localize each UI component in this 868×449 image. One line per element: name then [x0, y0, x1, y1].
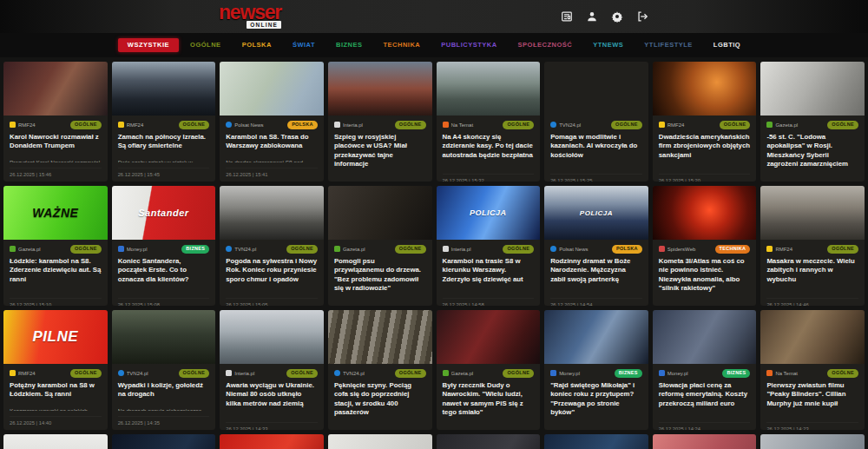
category-badge[interactable]: OGÓLNE: [179, 369, 210, 378]
tab-lgbtiq[interactable]: LGBTIQ: [704, 38, 750, 52]
article-title[interactable]: Masakra w meczecie. Wielu zabitych i ran…: [766, 257, 858, 285]
news-card[interactable]: ⚠: [3, 434, 108, 449]
category-badge[interactable]: OGÓLNE: [395, 369, 426, 378]
category-badge[interactable]: OGÓLNE: [395, 245, 426, 254]
news-card[interactable]: Na Temat OGÓLNE Na A4 skończy się zdzier…: [437, 62, 541, 182]
article-title[interactable]: Karambol na trasie S8 w kierunku Warszaw…: [443, 257, 535, 285]
category-badge[interactable]: BIZNES: [181, 245, 209, 254]
news-card[interactable]: TVN24.pl OGÓLNE Pomaga w modlitwie i kaz…: [544, 62, 648, 182]
news-card[interactable]: Polsat News POLSKA Karambol na S8. Trasa…: [220, 62, 324, 182]
article-title[interactable]: Łódzkie: karambol na S8. Zderzenie dziew…: [10, 257, 102, 285]
news-card[interactable]: PILNE RMF24 OGÓLNE Potężny karambol na S…: [3, 310, 108, 430]
article-title[interactable]: Wypadki i kolizje, gołoledź na drogach: [118, 381, 210, 399]
news-card[interactable]: Interia.pl OGÓLNE Awaria wyciągu w Ukrai…: [220, 310, 324, 430]
category-badge[interactable]: POLSKA: [612, 245, 642, 254]
news-card[interactable]: Santander Money.pl BIZNES Koniec Santand…: [112, 186, 216, 306]
article-title[interactable]: -56 st. C. "Lodowa apokalipsa" w Rosji. …: [766, 133, 858, 169]
logout-icon[interactable]: [635, 10, 649, 23]
news-card[interactable]: RMF24 OGÓLNE Karol Nawrocki rozmawiał z …: [3, 62, 108, 182]
category-badge[interactable]: OGÓLNE: [70, 121, 102, 129]
news-card[interactable]: Na Temat OGÓLNE Pierwszy zwiastun filmu …: [760, 310, 865, 430]
tab-technika[interactable]: TECHNIKA: [374, 38, 431, 52]
news-card[interactable]: Money.pl BIZNES "Rajd świętego Mikołaja"…: [544, 310, 648, 430]
news-card[interactable]: POLICJA Polsat News POLSKA Rodzinny dram…: [544, 186, 648, 306]
user-icon[interactable]: [585, 10, 599, 23]
card-body: Interia.pl OGÓLNE Karambol na trasie S8 …: [437, 240, 541, 306]
category-badge[interactable]: BIZNES: [615, 369, 642, 378]
tab-ytlifestyle[interactable]: YTLIFESTYLE: [635, 38, 702, 52]
news-card[interactable]: Interia.pl OGÓLNE Szpieg w rosyjskiej pl…: [328, 62, 432, 182]
tab--wiat[interactable]: ŚWIAT: [283, 38, 325, 52]
article-title[interactable]: Awaria wyciągu w Ukrainie. Niemal 80 osó…: [226, 381, 318, 409]
news-card[interactable]: Money.pl BIZNES Słowacja płaci cenę za r…: [653, 310, 757, 430]
category-badge[interactable]: OGÓLNE: [286, 245, 318, 254]
news-card[interactable]: Gazeta.pl OGÓLNE -56 st. C. "Lodowa apok…: [760, 62, 865, 182]
source-favicon: [334, 122, 340, 128]
article-title[interactable]: Potężny karambol na S8 w Łódzkiem. Są ra…: [10, 381, 102, 399]
article-title[interactable]: Pierwszy zwiastun filmu "Peaky Blinders"…: [766, 381, 858, 409]
news-card[interactable]: RMF24 OGÓLNE Dwadzieścia amerykańskich f…: [653, 62, 757, 182]
tab-ytnews[interactable]: YTNEWS: [583, 38, 633, 52]
article-title[interactable]: Pomogli psu przywiązanemu do drzewa. "Be…: [334, 257, 426, 294]
article-title[interactable]: Były rzecznik Dudy o Nawrockim. "Wielu l…: [443, 381, 535, 418]
category-badge[interactable]: OGÓLNE: [720, 121, 751, 129]
site-logo[interactable]: newser ONLINE: [219, 5, 281, 29]
news-card[interactable]: [328, 434, 432, 449]
article-title[interactable]: Dwadzieścia amerykańskich firm zbrojenio…: [659, 133, 751, 161]
news-card[interactable]: TVN24.pl OGÓLNE Pogoda na sylwestra i No…: [220, 186, 324, 306]
news-card[interactable]: [653, 434, 757, 449]
news-card[interactable]: RMF24 OGÓLNE Masakra w meczecie. Wielu z…: [760, 186, 865, 306]
news-card[interactable]: TVN24.pl OGÓLNE Pęknięcie szyny. Pociąg …: [328, 310, 432, 430]
category-badge[interactable]: OGÓLNE: [827, 245, 858, 254]
news-card[interactable]: [544, 434, 648, 449]
tab-spo-eczno-[interactable]: SPOŁECZNOŚĆ: [509, 38, 582, 52]
news-card[interactable]: [437, 434, 541, 449]
article-title[interactable]: Kometa 3I/Atlas ma coś co nie powinno is…: [659, 257, 751, 294]
news-card[interactable]: [112, 434, 216, 449]
tab-polska[interactable]: POLSKA: [233, 38, 281, 52]
article-title[interactable]: Rodzinny dramat w Boże Narodzenie. Mężcz…: [550, 257, 642, 285]
article-title[interactable]: Karambol na S8. Trasa do Warszawy zablok…: [226, 133, 318, 151]
news-card[interactable]: [220, 434, 324, 449]
article-title[interactable]: "Rajd świętego Mikołaja" i koniec roku z…: [550, 381, 642, 418]
category-badge[interactable]: OGÓLNE: [70, 245, 102, 254]
tab-og-lne[interactable]: OGÓLNE: [181, 38, 231, 52]
category-badge[interactable]: OGÓLNE: [611, 121, 642, 129]
category-badge[interactable]: OGÓLNE: [827, 369, 858, 378]
category-badge[interactable]: OGÓLNE: [503, 369, 534, 378]
article-title[interactable]: Pęknięcie szyny. Pociąg cofa się do popr…: [334, 381, 426, 418]
article-title[interactable]: Na A4 skończy się zdzieranie kasy. Po te…: [443, 133, 535, 161]
settings-icon[interactable]: [610, 10, 624, 23]
tab-biznes[interactable]: BIZNES: [326, 38, 372, 52]
tab-wszystkie[interactable]: WSZYSTKIE: [118, 38, 179, 52]
article-thumbnail: [760, 186, 865, 240]
category-badge[interactable]: OGÓLNE: [395, 121, 426, 129]
news-card[interactable]: TVN24.pl OGÓLNE Wypadki i kolizje, gołol…: [112, 310, 216, 430]
category-badge[interactable]: OGÓLNE: [827, 121, 858, 129]
news-card[interactable]: SpidersWeb TECHNIKA Kometa 3I/Atlas ma c…: [653, 186, 757, 306]
tab-publicystyka[interactable]: PUBLICYSTYKA: [431, 38, 506, 52]
source-favicon: [10, 122, 16, 128]
article-title[interactable]: Pomaga w modlitwie i kazaniach. AI wkroc…: [550, 133, 642, 161]
news-card[interactable]: WAŻNE Gazeta.pl OGÓLNE Łódzkie: karambol…: [3, 186, 108, 306]
category-badge[interactable]: OGÓLNE: [70, 369, 102, 378]
category-badge[interactable]: TECHNIKA: [715, 245, 751, 254]
news-card[interactable]: Gazeta.pl OGÓLNE Pomogli psu przywiązane…: [328, 186, 432, 306]
category-badge[interactable]: OGÓLNE: [286, 369, 318, 378]
category-badge[interactable]: OGÓLNE: [179, 121, 210, 129]
category-badge[interactable]: OGÓLNE: [503, 121, 534, 129]
article-title[interactable]: Szpieg w rosyjskiej placówce w USA? Miał…: [334, 133, 426, 169]
category-badge[interactable]: OGÓLNE: [503, 245, 534, 254]
article-title[interactable]: Koniec Santandera, początek Erste. Co to…: [118, 257, 210, 285]
article-title[interactable]: Zamach na północy Izraela. Są ofiary śmi…: [118, 133, 210, 151]
article-title[interactable]: Pogoda na sylwestra i Nowy Rok. Koniec r…: [226, 257, 318, 285]
category-badge[interactable]: POLSKA: [287, 121, 318, 129]
category-badge[interactable]: BIZNES: [722, 369, 750, 378]
news-card[interactable]: POLICJA Interia.pl OGÓLNE Karambol na tr…: [437, 186, 541, 306]
news-card[interactable]: [760, 434, 865, 449]
news-feed-icon[interactable]: [560, 10, 574, 23]
article-title[interactable]: Karol Nawrocki rozmawiał z Donaldem Trum…: [10, 133, 102, 151]
article-title[interactable]: Słowacja płaci cenę za reformę emerytaln…: [659, 381, 751, 409]
news-card[interactable]: Gazeta.pl OGÓLNE Były rzecznik Dudy o Na…: [437, 310, 541, 430]
news-card[interactable]: RMF24 OGÓLNE Zamach na północy Izraela. …: [112, 62, 216, 182]
